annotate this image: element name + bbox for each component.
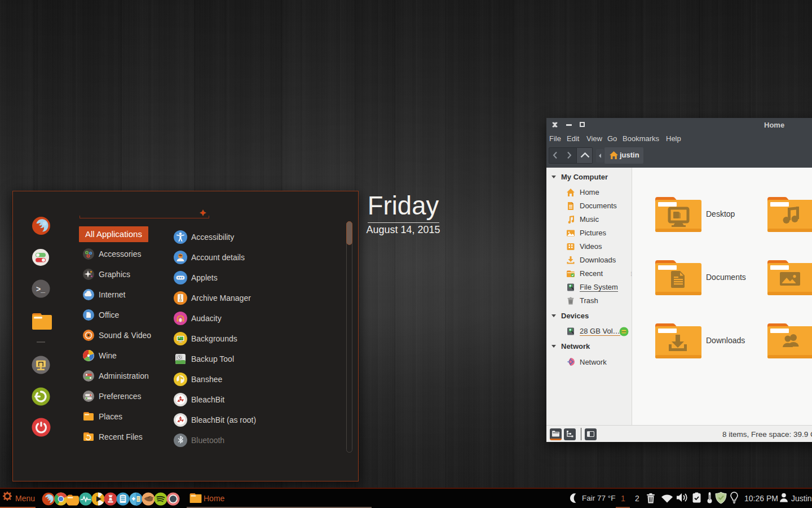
svg-text:>_: >_ bbox=[36, 284, 45, 294]
